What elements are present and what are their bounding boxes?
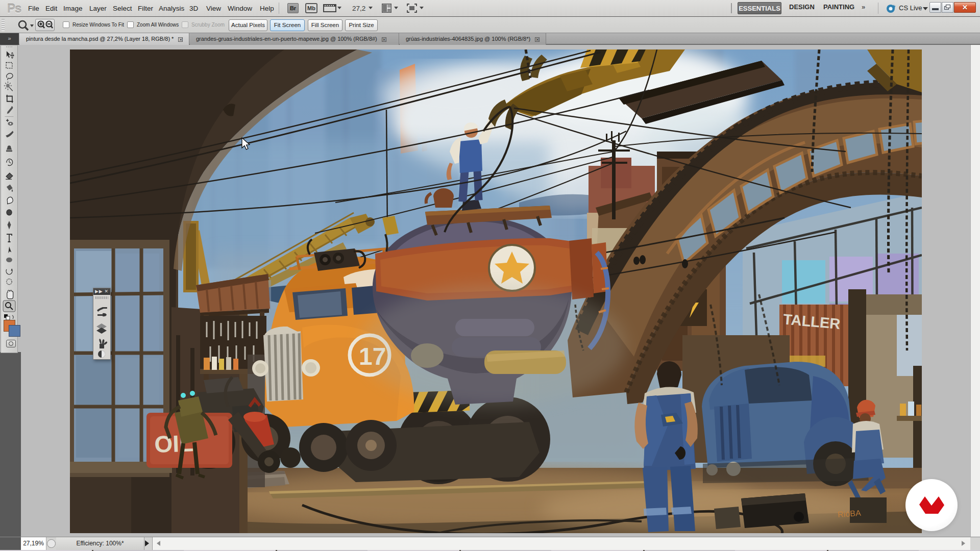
svg-text:RióBA: RióBA [838,509,862,519]
